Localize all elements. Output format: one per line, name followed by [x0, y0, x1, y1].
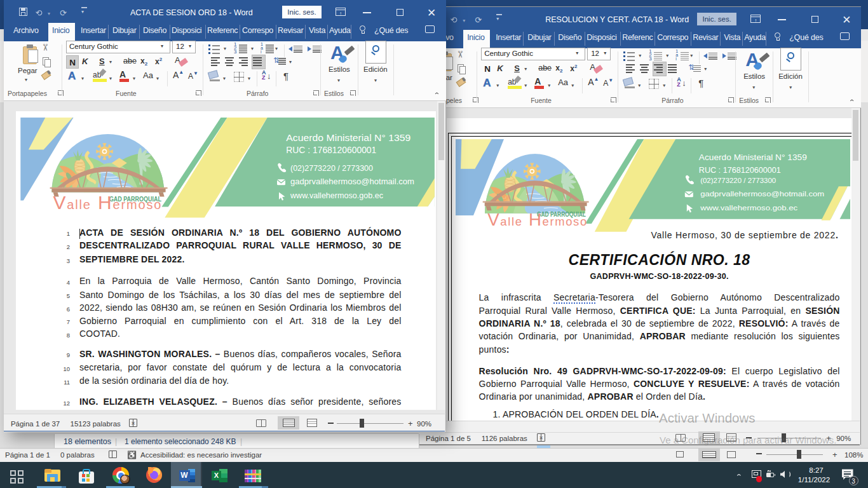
svg-text:www.vallehermoso.gob.ec: www.vallehermoso.gob.ec [700, 204, 797, 212]
svg-text:Acuerdo Ministerial N° 1359: Acuerdo Ministerial N° 1359 [699, 152, 807, 162]
svg-text:gadprvallehermoso@hotmail.com: gadprvallehermoso@hotmail.com [290, 177, 414, 186]
svg-text:(02)2773220 / 2773300: (02)2773220 / 2773300 [290, 163, 373, 172]
svg-text:RUC : 1768120600001: RUC : 1768120600001 [699, 165, 781, 175]
svg-text:Acuerdo Ministerial N° 1359: Acuerdo Ministerial N° 1359 [286, 132, 410, 142]
svg-text:gadprvallehermoso@hotmail.com: gadprvallehermoso@hotmail.com [700, 190, 824, 198]
svg-text:www.vallehermoso.gob.ec: www.vallehermoso.gob.ec [290, 191, 383, 200]
svg-text:RUC : 1768120600001: RUC : 1768120600001 [286, 144, 376, 155]
svg-text:(02)2773220 / 2773300: (02)2773220 / 2773300 [700, 177, 776, 184]
